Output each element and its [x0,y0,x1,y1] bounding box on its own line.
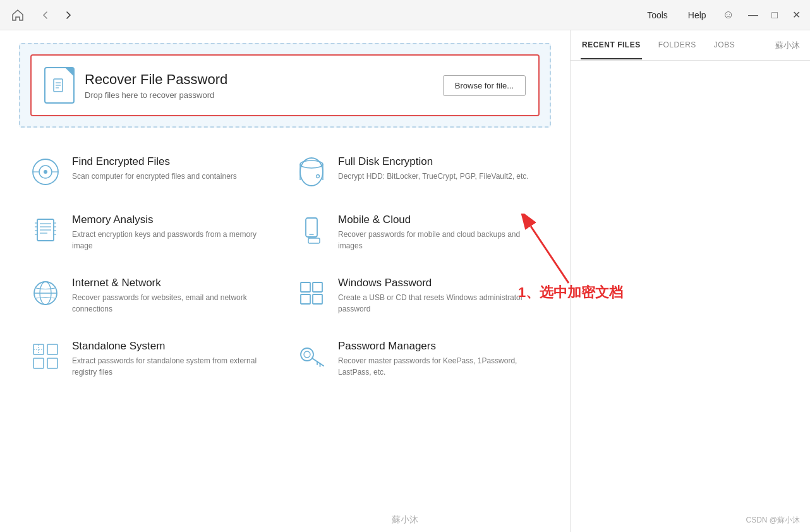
svg-rect-40 [33,358,44,368]
recover-title: Recover File Password [85,71,433,88]
feature-text: Mobile & Cloud Recover passwords for mob… [338,214,541,251]
tools-menu[interactable]: Tools [643,8,672,23]
svg-point-45 [304,351,310,358]
content-area: Recover File Password Drop files here to… [0,30,570,532]
smiley-icon[interactable]: ☺ [723,8,734,21]
tab-jobs[interactable]: JOBS [713,32,736,59]
recover-card: Recover File Password Drop files here to… [30,54,540,116]
key-icon [295,340,328,373]
titlebar-right: Tools Help ☺ — □ ✕ [643,8,802,23]
titlebar: Tools Help ☺ — □ ✕ [0,0,810,30]
feature-pm-title: Password Managers [338,340,541,353]
cube-icon [29,340,62,373]
svg-point-10 [300,160,323,168]
maximize-button[interactable]: □ [768,9,781,21]
svg-rect-41 [47,358,57,368]
feature-mobile-title: Mobile & Cloud [338,214,541,226]
svg-rect-37 [313,294,322,304]
titlebar-left [8,5,77,25]
tab-folders[interactable]: FOLDERS [657,32,698,59]
back-button[interactable] [37,6,54,24]
disk-icon [29,155,62,188]
feature-memory-analysis[interactable]: Memory Analysis Extract encryption keys … [19,201,285,264]
tab-user[interactable]: 蘇小沐 [775,40,800,51]
watermark-br: CSDN @蘇小沐 [746,515,800,526]
feature-text: Find Encrypted Files Scan computer for e… [72,155,237,182]
feature-pm-desc: Recover master passwords for KeePass, 1P… [338,355,541,378]
svg-rect-34 [301,282,310,292]
recover-text: Recover File Password Drop files here to… [85,71,433,100]
feature-text: Standalone System Extract passwords for … [72,340,275,378]
tab-recent-files[interactable]: RECENT FILES [581,32,642,59]
close-button[interactable]: ✕ [790,9,802,21]
feature-full-disk-title: Full Disk Encryption [338,155,529,168]
svg-rect-29 [308,238,320,243]
hdd-icon [295,155,328,188]
feature-windows-desc: Create a USB or CD that resets Windows a… [338,292,541,315]
svg-point-6 [44,170,47,174]
browse-button[interactable]: Browse for file... [443,75,526,96]
feature-memory-title: Memory Analysis [72,214,275,226]
feature-internet-desc: Recover passwords for websites, email an… [72,292,275,315]
nav-controls [37,6,77,24]
mobile-icon [295,214,328,246]
feature-mobile-desc: Recover passwords for mobile and cloud b… [338,229,541,251]
feature-windows-title: Windows Password [338,277,541,289]
feature-standalone-title: Standalone System [72,340,275,353]
minimize-button[interactable]: — [747,9,759,21]
main-wrapper: Recover File Password Drop files here to… [0,30,810,532]
sidebar: RECENT FILES FOLDERS JOBS 蘇小沐 [570,30,810,532]
help-menu[interactable]: Help [684,8,710,23]
feature-full-disk[interactable]: Full Disk Encryption Decrypt HDD: BitLoc… [285,143,551,201]
windows-icon [295,277,328,310]
feature-text: Windows Password Create a USB or CD that… [338,277,541,315]
feature-internet-network[interactable]: Internet & Network Recover passwords for… [19,264,285,327]
feature-internet-title: Internet & Network [72,277,275,289]
feature-find-encrypted[interactable]: Find Encrypted Files Scan computer for e… [19,143,285,201]
drop-zone[interactable]: Recover File Password Drop files here to… [19,43,551,128]
feature-mobile-cloud[interactable]: Mobile & Cloud Recover passwords for mob… [285,201,551,264]
feature-text: Internet & Network Recover passwords for… [72,277,275,315]
feature-standalone[interactable]: Standalone System Extract passwords for … [19,327,285,390]
recover-subtitle: Drop files here to recover password [85,90,433,100]
feature-password-managers[interactable]: Password Managers Recover master passwor… [285,327,551,390]
globe-icon [29,277,62,310]
memory-icon [29,214,62,246]
feature-windows-password[interactable]: Windows Password Create a USB or CD that… [285,264,551,327]
feature-find-encrypted-title: Find Encrypted Files [72,155,237,168]
watermark-bottom: 蘇小沐 [392,514,418,526]
svg-point-44 [301,348,313,361]
feature-text: Password Managers Recover master passwor… [338,340,541,378]
svg-rect-36 [301,294,310,304]
feature-text: Memory Analysis Extract encryption keys … [72,214,275,251]
svg-rect-39 [47,344,57,354]
feature-standalone-desc: Extract passwords for standalone system … [72,355,275,378]
svg-point-9 [300,158,323,186]
forward-button[interactable] [59,6,77,24]
features-grid: Find Encrypted Files Scan computer for e… [19,143,551,390]
feature-find-encrypted-desc: Scan computer for encrypted files and co… [72,171,237,182]
feature-memory-desc: Extract encryption keys and passwords fr… [72,229,275,251]
window-controls: — □ ✕ [747,9,802,21]
svg-line-46 [312,358,323,366]
sidebar-content [571,61,810,532]
feature-full-disk-desc: Decrypt HDD: BitLocker, TrueCrypt, PGP, … [338,171,529,182]
sidebar-tabs: RECENT FILES FOLDERS JOBS 蘇小沐 [571,30,810,61]
svg-point-13 [317,175,320,178]
home-button[interactable] [8,5,28,25]
file-icon [44,67,75,104]
svg-rect-35 [313,282,322,292]
feature-text: Full Disk Encryption Decrypt HDD: BitLoc… [338,155,529,182]
